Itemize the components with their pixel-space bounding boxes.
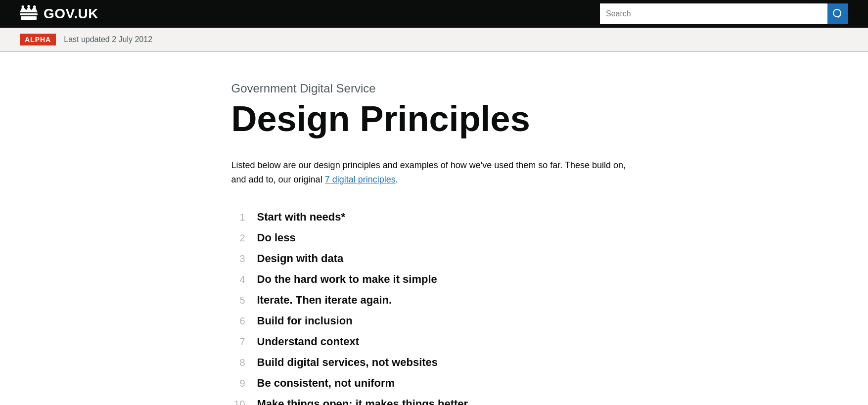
last-updated-text: Last updated 2 July 2012 — [64, 35, 152, 44]
search-icon — [833, 9, 843, 19]
list-item: 10Make things open: it makes things bett… — [231, 394, 637, 405]
org-name: Government Digital Service — [231, 82, 637, 95]
principle-number: 2 — [231, 232, 245, 244]
list-item: 7Understand context — [231, 331, 637, 352]
site-header: GOV.UK — [0, 0, 868, 28]
alpha-badge: ALPHA — [20, 34, 56, 45]
search-button[interactable] — [827, 3, 848, 24]
principle-number: 10 — [231, 399, 245, 405]
svg-rect-0 — [20, 13, 38, 15]
principle-label[interactable]: Design with data — [257, 252, 344, 265]
principle-number: 5 — [231, 295, 245, 306]
list-item: 3Design with data — [231, 248, 637, 269]
list-item: 5Iterate. Then iterate again. — [231, 290, 637, 311]
svg-rect-1 — [21, 16, 37, 20]
list-item: 8Build digital services, not websites — [231, 352, 637, 373]
principle-number: 1 — [231, 212, 245, 223]
principle-label[interactable]: Make things open: it makes things better — [257, 398, 468, 405]
principle-number: 8 — [231, 357, 245, 368]
principle-label[interactable]: Start with needs* — [257, 211, 345, 224]
principle-number: 4 — [231, 274, 245, 285]
intro-text-after-link: . — [396, 175, 398, 184]
gov-uk-logo[interactable]: GOV.UK — [20, 5, 98, 23]
list-item: 9Be consistent, not uniform — [231, 373, 637, 394]
list-item: 1Start with needs* — [231, 207, 637, 227]
search-input[interactable] — [600, 3, 827, 24]
principle-label[interactable]: Build for inclusion — [257, 315, 353, 327]
search-form — [600, 3, 848, 24]
gov-uk-logo-text: GOV.UK — [44, 6, 98, 22]
crown-icon — [20, 5, 38, 23]
alpha-bar: ALPHA Last updated 2 July 2012 — [0, 28, 868, 52]
principle-number: 3 — [231, 253, 245, 265]
list-item: 4Do the hard work to make it simple — [231, 269, 637, 290]
principle-label[interactable]: Iterate. Then iterate again. — [257, 294, 392, 307]
list-item: 6Build for inclusion — [231, 311, 637, 331]
principle-number: 7 — [231, 336, 245, 348]
principle-number: 9 — [231, 378, 245, 389]
digital-principles-link[interactable]: 7 digital principles — [325, 175, 396, 184]
principle-label[interactable]: Do less — [257, 231, 296, 244]
principle-number: 6 — [231, 315, 245, 327]
intro-paragraph: Listed below are our design principles a… — [231, 158, 637, 187]
principle-label[interactable]: Do the hard work to make it simple — [257, 273, 437, 286]
principle-label[interactable]: Understand context — [257, 335, 360, 348]
principles-list: 1Start with needs*2Do less3Design with d… — [231, 207, 637, 405]
intro-text-before-link: Listed below are our design principles a… — [231, 160, 626, 184]
principle-label[interactable]: Build digital services, not websites — [257, 356, 438, 369]
page-title: Design Principles — [231, 99, 637, 138]
main-content: Government Digital Service Design Princi… — [212, 52, 657, 405]
principle-label[interactable]: Be consistent, not uniform — [257, 377, 395, 390]
list-item: 2Do less — [231, 227, 637, 248]
